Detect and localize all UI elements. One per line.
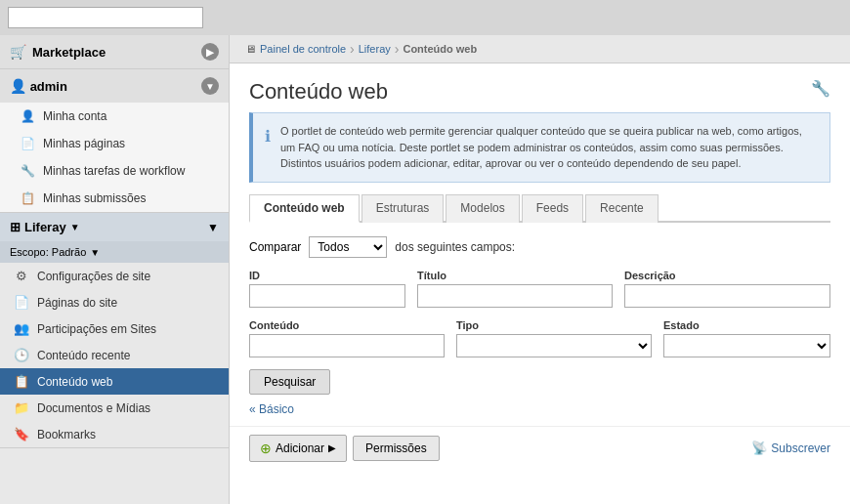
page-title: Conteúdo web: [249, 79, 388, 105]
dos-campos-label: dos seguintes campos:: [395, 240, 515, 254]
form-row-2: Conteúdo Tipo Estado: [249, 319, 830, 357]
scope-label: Escopo: Padrão: [10, 246, 86, 258]
paginas-icon: 📄: [14, 295, 29, 310]
action-left: ⊕ Adicionar ▶ Permissões: [249, 435, 440, 462]
sidebar-item-minha-conta[interactable]: 👤 Minha conta: [0, 103, 229, 130]
marketplace-icon: 🛒: [10, 44, 26, 60]
descricao-field: Descrição: [624, 270, 830, 308]
comparar-label: Comparar: [249, 240, 301, 254]
minha-conta-icon: 👤: [20, 108, 35, 124]
titulo-input[interactable]: [417, 284, 613, 308]
documentos-icon: 📁: [14, 400, 29, 415]
tab-modelos[interactable]: Modelos: [446, 194, 519, 223]
basico-link[interactable]: « Básico: [249, 402, 294, 416]
titulo-field: Título: [417, 270, 613, 308]
add-icon: ⊕: [260, 441, 272, 456]
estado-label: Estado: [663, 319, 830, 331]
search-form-header: Comparar Todos Qualquer dos seguintes ca…: [249, 236, 830, 258]
info-box: ℹ O portlet de conteúdo web permite gere…: [249, 112, 830, 183]
adicionar-label: Adicionar: [276, 441, 324, 455]
pesquisar-button[interactable]: Pesquisar: [249, 369, 330, 395]
descricao-input[interactable]: [624, 284, 830, 308]
search-actions: Pesquisar: [249, 369, 830, 395]
estado-field: Estado: [663, 319, 830, 357]
liferay-expand-icon[interactable]: ▼: [207, 221, 219, 234]
marketplace-section: 🛒 Marketplace ▶: [0, 35, 229, 69]
admin-section: 👤 admin ▼ 👤 Minha conta 📄 Minhas páginas…: [0, 69, 229, 213]
tab-conteudo-web[interactable]: Conteúdo web: [249, 194, 360, 223]
marketplace-label: Marketplace: [32, 45, 106, 60]
tab-feeds[interactable]: Feeds: [522, 194, 583, 223]
subscrever-link[interactable]: 📡 Subscrever: [751, 441, 830, 455]
basico-link-row: « Básico: [249, 402, 830, 416]
scope-bar[interactable]: Escopo: Padrão ▼: [0, 241, 229, 263]
sidebar-item-documentos-midias[interactable]: 📁 Documentos e Mídias: [0, 395, 229, 421]
permissoes-button[interactable]: Permissões: [353, 436, 440, 461]
content-area: 🖥 Painel de controle › Liferay › Conteúd…: [230, 35, 850, 504]
search-form: Comparar Todos Qualquer dos seguintes ca…: [230, 236, 850, 416]
breadcrumb-icon: 🖥: [245, 43, 256, 55]
adicionar-arrow-icon: ▶: [328, 442, 336, 453]
liferay-header[interactable]: ⊞ Liferay ▼ ▼: [0, 213, 229, 241]
action-bar: ⊕ Adicionar ▶ Permissões 📡 Subscrever: [230, 426, 850, 470]
sidebar-item-participacoes[interactable]: 👥 Participações em Sites: [0, 315, 229, 342]
descricao-label: Descrição: [624, 270, 830, 281]
minhas-paginas-icon: 📄: [20, 136, 35, 151]
workflow-icon: 🔧: [20, 163, 35, 179]
tipo-label: Tipo: [456, 319, 652, 331]
liferay-menu: ⚙ Configurações de site 📄 Páginas do sit…: [0, 263, 229, 447]
liferay-dropdown-icon: ▼: [70, 222, 80, 232]
breadcrumb-painel[interactable]: Painel de controle: [260, 43, 346, 55]
marketplace-expand-icon[interactable]: ▶: [201, 43, 219, 61]
sidebar-item-submissoes[interactable]: 📋 Minhas submissões: [0, 185, 229, 212]
sidebar-item-conteudo-web[interactable]: 📋 Conteúdo web: [0, 368, 229, 395]
conteudo-web-icon: 📋: [14, 374, 29, 389]
breadcrumb-liferay[interactable]: Liferay: [359, 43, 391, 55]
admin-icon: 👤: [10, 78, 26, 94]
main-layout: 🛒 Marketplace ▶ 👤 admin ▼ 👤 Minha conta: [0, 35, 850, 504]
sidebar-item-workflow[interactable]: 🔧 Minhas tarefas de workflow: [0, 157, 229, 185]
subscrever-label: Subscrever: [771, 441, 830, 455]
sidebar-item-minhas-paginas[interactable]: 📄 Minhas páginas: [0, 130, 229, 157]
breadcrumb: 🖥 Painel de controle › Liferay › Conteúd…: [230, 35, 850, 63]
rss-icon: 📡: [751, 441, 767, 455]
liferay-section: ⊞ Liferay ▼ ▼ Escopo: Padrão ▼ ⚙ Configu…: [0, 213, 229, 448]
info-text: O portlet de conteúdo web permite gerenc…: [280, 123, 818, 172]
bookmarks-icon: 🔖: [14, 427, 29, 441]
admin-submenu: 👤 Minha conta 📄 Minhas páginas 🔧 Minhas …: [0, 103, 229, 212]
liferay-label: Liferay: [24, 220, 66, 234]
tab-recente[interactable]: Recente: [585, 194, 659, 223]
titulo-label: Título: [417, 270, 613, 281]
conteudo-label: Conteúdo: [249, 319, 445, 331]
id-input[interactable]: [249, 284, 405, 308]
tabs-bar: Conteúdo web Estruturas Modelos Feeds Re…: [249, 194, 830, 223]
sidebar-item-conteudo-recente[interactable]: 🕒 Conteúdo recente: [0, 342, 229, 368]
tipo-field: Tipo: [456, 319, 652, 357]
conteudo-field: Conteúdo: [249, 319, 445, 357]
scope-dropdown-icon: ▼: [90, 247, 100, 258]
conteudo-input[interactable]: [249, 334, 445, 357]
sidebar-item-bookmarks[interactable]: 🔖 Bookmarks: [0, 421, 229, 447]
admin-label: admin: [30, 79, 67, 94]
configuracoes-icon: ⚙: [14, 269, 29, 283]
comparar-select[interactable]: Todos Qualquer: [309, 236, 387, 258]
admin-header[interactable]: 👤 admin ▼: [0, 69, 229, 103]
breadcrumb-sep-1: ›: [350, 41, 355, 57]
breadcrumb-sep-2: ›: [395, 41, 400, 57]
breadcrumb-current: Conteúdo web: [403, 43, 477, 55]
settings-icon[interactable]: 🔧: [811, 79, 830, 98]
form-row-1: ID Título Descrição: [249, 270, 830, 308]
adicionar-button[interactable]: ⊕ Adicionar ▶: [249, 435, 347, 462]
search-input[interactable]: [8, 7, 203, 28]
admin-expand-icon[interactable]: ▼: [201, 77, 219, 95]
tab-estruturas[interactable]: Estruturas: [361, 194, 445, 223]
sidebar-item-paginas-site[interactable]: 📄 Páginas do site: [0, 289, 229, 315]
id-label: ID: [249, 270, 405, 281]
liferay-grid-icon: ⊞: [10, 220, 21, 234]
submissoes-icon: 📋: [20, 190, 35, 206]
estado-select[interactable]: [663, 334, 830, 357]
id-field: ID: [249, 270, 405, 308]
sidebar-item-configuracoes-site[interactable]: ⚙ Configurações de site: [0, 263, 229, 289]
marketplace-header[interactable]: 🛒 Marketplace ▶: [0, 35, 229, 68]
tipo-select[interactable]: [456, 334, 652, 357]
